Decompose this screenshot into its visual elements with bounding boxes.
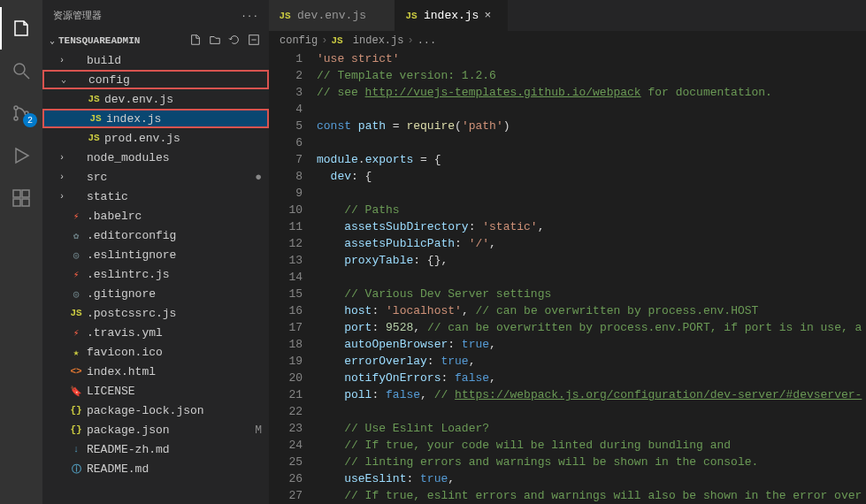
tree-item[interactable]: JSprod.env.js <box>42 128 269 148</box>
tree-item-label: index.js <box>106 112 267 126</box>
file-icon: {} <box>69 423 83 437</box>
activity-source-control-icon[interactable]: 2 <box>0 92 42 134</box>
tree-item[interactable]: JSindex.js <box>42 109 269 128</box>
tree-item[interactable]: <>index.html <box>42 362 269 381</box>
tree-item-label: .eslintignore <box>87 248 269 262</box>
svg-point-0 <box>14 64 25 74</box>
svg-rect-5 <box>13 199 20 206</box>
tree-item[interactable]: JSdev.env.js <box>42 89 269 109</box>
file-icon: {} <box>69 403 83 417</box>
tree-item[interactable]: ⚡.babelrc <box>42 206 269 225</box>
refresh-icon[interactable] <box>228 34 241 49</box>
activity-bar: 2 <box>0 0 42 504</box>
sidebar-title: 资源管理器 <box>53 9 102 22</box>
new-folder-icon[interactable] <box>209 34 221 49</box>
activity-debug-icon[interactable] <box>0 134 42 177</box>
chevron-icon: › <box>55 192 69 202</box>
tree-item-label: dev.env.js <box>104 93 269 106</box>
file-icon: ⚡ <box>69 267 83 281</box>
tree-item-label: node_modules <box>87 151 269 164</box>
tree-item-label: index.html <box>87 365 269 378</box>
file-icon: ⚡ <box>69 209 83 223</box>
tree-item[interactable]: JS.postcssrc.js <box>42 303 269 323</box>
tree-item-label: src <box>87 171 255 184</box>
tab-label: dev.env.js <box>297 9 366 22</box>
file-icon: JS <box>87 92 101 106</box>
tree-item[interactable]: ›node_modules <box>42 148 269 167</box>
sidebar: 资源管理器 ··· ⌄ TENSQUAREADMIN ›build⌄config… <box>42 0 269 504</box>
tree-item[interactable]: ›static <box>42 187 269 206</box>
line-gutter: 1234567891011121314151617181920212223242… <box>269 50 317 504</box>
editor[interactable]: 1234567891011121314151617181920212223242… <box>269 50 866 504</box>
file-icon: ✿ <box>69 228 83 242</box>
file-icon <box>69 53 83 67</box>
file-icon <box>69 150 83 164</box>
tree-item[interactable]: ◎.gitignore <box>42 284 269 303</box>
file-icon: JS <box>278 9 292 23</box>
close-icon[interactable]: × <box>484 9 498 22</box>
file-icon: JS <box>404 9 418 23</box>
tree-item[interactable]: ★favicon.ico <box>42 342 269 362</box>
tab[interactable]: JSdev.env.js <box>269 0 395 31</box>
tree-item[interactable]: ↓README-zh.md <box>42 439 269 459</box>
svg-rect-4 <box>13 190 20 197</box>
activity-extensions-icon[interactable] <box>0 177 42 219</box>
file-icon: ◎ <box>69 286 83 301</box>
tree-item[interactable]: ⚡.eslintrc.js <box>42 264 269 284</box>
file-icon: ⓘ <box>69 462 83 476</box>
breadcrumb-item[interactable]: ... <box>418 34 437 47</box>
tree-item[interactable]: ›build <box>42 50 269 70</box>
tab[interactable]: JSindex.js× <box>395 0 508 31</box>
tree-item[interactable]: {}package-lock.json <box>42 401 269 420</box>
svg-point-1 <box>14 106 18 110</box>
breadcrumb-item[interactable]: config <box>280 34 318 47</box>
collapse-icon[interactable] <box>248 34 260 49</box>
tree-item-label: .postcssrc.js <box>87 307 269 320</box>
tree-item-label: .gitignore <box>87 287 269 301</box>
tree-item[interactable]: 🔖LICENSE <box>42 381 269 401</box>
sidebar-more-icon[interactable]: ··· <box>241 11 258 21</box>
chevron-icon: › <box>55 153 69 163</box>
tree-item-label: .travis.yml <box>87 326 269 340</box>
code-content[interactable]: 'use strict'// Template version: 1.2.6//… <box>317 50 866 504</box>
svg-rect-7 <box>22 190 29 197</box>
tree-item[interactable]: ›src● <box>42 167 269 187</box>
file-icon: JS <box>88 111 103 126</box>
tree-item[interactable]: ⚡.travis.yml <box>42 323 269 342</box>
tree-item[interactable]: ⌄config <box>42 70 269 89</box>
svg-rect-6 <box>22 199 29 206</box>
chevron-icon: › <box>55 172 69 182</box>
file-icon: ↓ <box>69 442 83 456</box>
modified-badge: M <box>255 424 262 437</box>
activity-search-icon[interactable] <box>0 50 42 92</box>
tree-item-label: LICENSE <box>87 385 269 398</box>
file-icon: ◎ <box>69 248 83 262</box>
file-icon <box>69 189 83 203</box>
tree-item-label: build <box>87 54 269 67</box>
tree-item-label: README.md <box>87 462 269 476</box>
new-file-icon[interactable] <box>189 34 202 49</box>
tree-item[interactable]: ◎.eslintignore <box>42 245 269 264</box>
breadcrumb[interactable]: config›JS index.js›... <box>269 31 866 50</box>
activity-explorer-icon[interactable] <box>0 7 42 50</box>
file-icon <box>69 170 83 184</box>
chevron-icon: › <box>55 56 69 65</box>
breadcrumb-item[interactable]: JS index.js <box>331 34 403 47</box>
tree-item[interactable]: ✿.editorconfig <box>42 225 269 245</box>
tree-item-label: README-zh.md <box>87 443 269 456</box>
file-icon: ⚡ <box>69 325 83 340</box>
project-header[interactable]: ⌄ TENSQUAREADMIN <box>42 31 269 50</box>
tree-item-label: package-lock.json <box>87 404 269 417</box>
file-icon: ★ <box>69 345 83 359</box>
sidebar-header: 资源管理器 ··· <box>42 0 269 31</box>
tab-label: index.js <box>424 9 479 22</box>
project-name: TENSQUAREADMIN <box>58 35 140 46</box>
tab-bar: JSdev.env.jsJSindex.js× <box>269 0 866 31</box>
tree-item[interactable]: ⓘREADME.md <box>42 459 269 478</box>
source-control-badge: 2 <box>23 113 37 127</box>
tree-item-label: static <box>87 190 269 203</box>
file-icon: <> <box>69 364 83 378</box>
tree-item-label: favicon.ico <box>87 346 269 359</box>
main-area: JSdev.env.jsJSindex.js× config›JS index.… <box>269 0 866 504</box>
tree-item[interactable]: {}package.jsonM <box>42 420 269 439</box>
